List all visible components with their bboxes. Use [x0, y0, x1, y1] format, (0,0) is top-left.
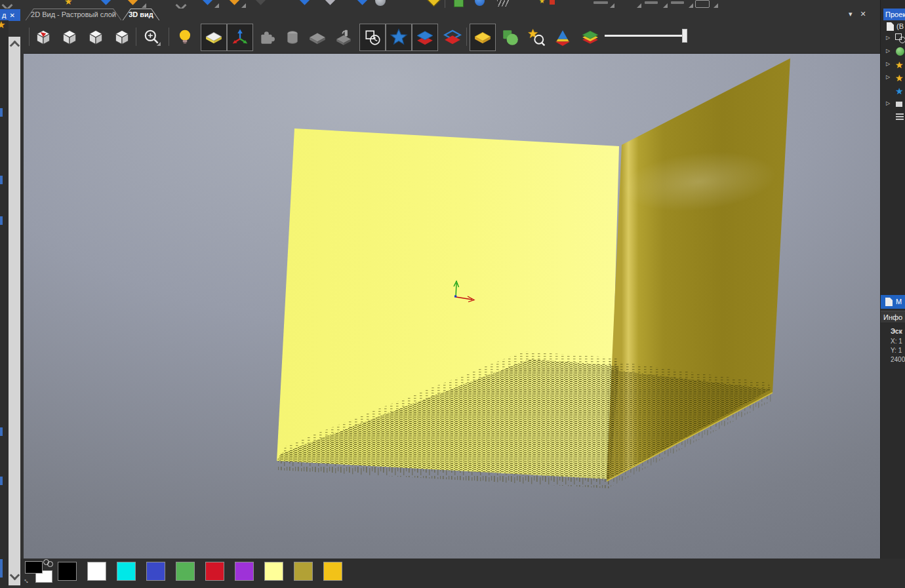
dock-tab-mark[interactable]: [0, 559, 3, 578]
foreground-background-selector[interactable]: ↔: [24, 559, 56, 587]
plugins-button[interactable]: [254, 24, 281, 51]
lighting-button[interactable]: [172, 24, 198, 51]
tree-item-feature-1[interactable]: ▷ ★: [881, 59, 905, 71]
foreground-color-chip[interactable]: [25, 561, 43, 574]
globe-icon[interactable]: [375, 0, 386, 6]
show-axes-button[interactable]: [227, 24, 253, 51]
blue-sphere-icon[interactable]: [475, 0, 485, 6]
chevron-down-icon[interactable]: [176, 0, 187, 9]
gray-icon-fragment[interactable]: [671, 1, 684, 4]
orange-diamond-icon[interactable]: [228, 0, 240, 5]
transparency-slider[interactable]: [605, 35, 685, 37]
star-icon[interactable]: ★: [0, 20, 5, 31]
view-cube-button-1[interactable]: [56, 24, 83, 51]
project-panel-header[interactable]: Проек: [883, 9, 905, 20]
blue-diamond-icon[interactable]: [201, 0, 213, 5]
3d-viewport[interactable]: [24, 53, 880, 559]
expand-arrow-icon[interactable]: ▷: [886, 100, 890, 106]
blue-diamond-icon[interactable]: [356, 0, 368, 5]
chevron-down-icon[interactable]: [2, 0, 13, 9]
dropdown-corner-icon[interactable]: [241, 3, 246, 8]
dropdown-corner-icon[interactable]: [714, 3, 718, 8]
rect-outline-icon[interactable]: [695, 0, 710, 8]
show-machined-stock-button[interactable]: [331, 24, 357, 51]
expand-arrow-icon[interactable]: ▷: [886, 74, 890, 80]
show-stock-button[interactable]: [304, 24, 331, 51]
view-cube-button-2[interactable]: [83, 24, 109, 51]
palette-swatch-pale-yellow[interactable]: [264, 562, 283, 581]
scroll-up-icon[interactable]: [10, 41, 20, 51]
show-colored-layers-button[interactable]: [577, 24, 603, 51]
hatch-icon[interactable]: [497, 0, 509, 7]
dropdown-corner-icon[interactable]: [142, 3, 146, 8]
palette-swatch-purple[interactable]: [235, 562, 254, 581]
show-tool-button[interactable]: [279, 24, 306, 51]
transparency-slider-handle[interactable]: [682, 29, 687, 43]
dropdown-corner-icon[interactable]: [610, 3, 614, 8]
close-icon[interactable]: ✕: [9, 12, 14, 19]
red-fragment-icon[interactable]: [550, 0, 555, 5]
show-model-button[interactable]: [470, 24, 496, 51]
docked-panel-title[interactable]: д ✕: [0, 9, 20, 21]
show-solid-button[interactable]: [550, 24, 576, 51]
palette-swatch-white[interactable]: [87, 562, 106, 581]
show-geometry-button[interactable]: [497, 24, 523, 51]
palette-swatch-red[interactable]: [205, 562, 224, 581]
tree-root-item[interactable]: (В: [881, 21, 905, 33]
show-features-button[interactable]: [386, 24, 412, 51]
dropdown-corner-icon[interactable]: [689, 3, 693, 8]
tree-item-layer[interactable]: ▷: [881, 98, 905, 110]
tree-item-feature-3[interactable]: ★: [881, 85, 905, 97]
reset-colors-icon[interactable]: ↔: [22, 575, 32, 585]
palette-swatch-gold[interactable]: [323, 562, 342, 581]
expand-arrow-icon[interactable]: ▷: [886, 35, 890, 41]
vertical-scrollbar[interactable]: [9, 37, 20, 585]
dropdown-corner-icon[interactable]: [637, 3, 641, 8]
tree-item-geometry[interactable]: ▷: [881, 46, 905, 58]
gray-icon-fragment[interactable]: [645, 1, 658, 4]
blue-diamond-icon[interactable]: [100, 0, 111, 5]
expand-arrow-icon[interactable]: ▷: [886, 61, 890, 67]
tab-2d-view[interactable]: 2D Вид - Растровый слой: [25, 9, 122, 21]
silver-diamond-icon[interactable]: [324, 0, 336, 5]
expand-arrow-icon[interactable]: ▷: [886, 48, 890, 54]
dock-tab-mark[interactable]: [0, 108, 3, 117]
close-icon[interactable]: ✕: [860, 10, 866, 20]
yellow-diamond-icon[interactable]: [427, 0, 441, 7]
gray-icon-fragment[interactable]: [593, 1, 608, 4]
find-object-button[interactable]: [523, 24, 550, 51]
tree-item-feature-2[interactable]: ▷ ★: [881, 72, 905, 84]
tree-item-contour[interactable]: ▷: [881, 33, 905, 45]
star-fragment-icon[interactable]: ★: [539, 0, 545, 5]
view-cube-button-3[interactable]: [109, 24, 135, 51]
palette-swatch-green[interactable]: [176, 562, 195, 581]
show-plane-button[interactable]: [201, 24, 227, 51]
show-selected-layer-button[interactable]: [439, 24, 466, 51]
info-section-header[interactable]: Инфо: [881, 311, 905, 323]
blue-diamond-icon[interactable]: [298, 0, 310, 5]
dropdown-corner-icon[interactable]: [663, 3, 668, 8]
dark-diamond-icon[interactable]: [254, 0, 266, 5]
selected-tree-item[interactable]: М: [881, 295, 905, 309]
dock-tab-mark[interactable]: [0, 427, 3, 436]
palette-swatch-cyan[interactable]: [117, 562, 136, 581]
green-icon[interactable]: [454, 0, 464, 7]
palette-swatch-olive[interactable]: [294, 562, 313, 581]
rotate-view-cube-button[interactable]: [30, 24, 56, 51]
collapse-icon[interactable]: ▾: [849, 10, 853, 20]
tree-item-stack[interactable]: [881, 111, 905, 123]
show-contour-button[interactable]: [359, 24, 386, 51]
orange-diamond-icon[interactable]: [127, 0, 138, 5]
palette-swatch-black[interactable]: [58, 562, 77, 581]
dock-tab-mark[interactable]: [0, 216, 3, 225]
palette-swatch-blue[interactable]: [146, 562, 165, 581]
dock-tab-mark[interactable]: [0, 176, 3, 184]
swap-colors-icon[interactable]: [43, 559, 54, 566]
dropdown-corner-icon[interactable]: [214, 3, 219, 8]
star-icon[interactable]: ★: [64, 0, 73, 7]
tab-3d-view[interactable]: 3D вид: [122, 9, 160, 21]
scroll-down-icon[interactable]: [10, 570, 20, 581]
dock-tab-mark[interactable]: [0, 477, 3, 485]
show-layers-button[interactable]: [412, 24, 438, 51]
zoom-window-button[interactable]: [139, 24, 165, 51]
